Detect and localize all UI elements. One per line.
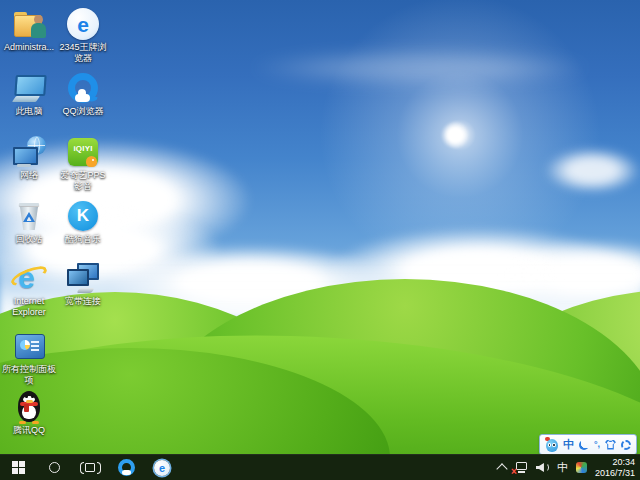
clock-date: 2016/7/31 [595, 468, 635, 479]
icon-label: 腾讯QQ [13, 425, 45, 436]
broadband-connection-icon [66, 261, 100, 295]
tray-app-icon[interactable] [576, 462, 587, 473]
no-connection-x: × [511, 467, 517, 477]
start-button[interactable] [0, 455, 36, 480]
control-panel-icon [12, 329, 46, 363]
icon-label: 所有控制面板项 [2, 364, 56, 386]
icon-label: 网络 [20, 170, 38, 181]
sogou-ime-toolbar[interactable]: 中 °, [539, 434, 637, 455]
administrator-folder-icon [12, 7, 46, 41]
desktop-icon-kugou-music[interactable]: K 酷狗音乐 [56, 199, 110, 245]
desktop-icon-recycle-bin[interactable]: 回收站 [2, 199, 56, 245]
cloud [250, 50, 590, 86]
taskbar: e × 中 20:34 2016/7/31 [0, 454, 640, 480]
desktop-icon-internet-explorer[interactable]: e Internet Explorer [2, 261, 56, 318]
icon-label: QQ浏览器 [62, 106, 103, 117]
system-tray: × 中 20:34 2016/7/31 [498, 455, 640, 480]
search-button[interactable] [36, 455, 72, 480]
icon-label: Internet Explorer [2, 296, 56, 318]
desktop-icon-qq-browser[interactable]: QQ浏览器 [56, 71, 110, 117]
search-icon [49, 462, 60, 473]
desktop-icon-this-pc[interactable]: 此电脑 [2, 71, 56, 117]
2345-browser-icon: e [66, 7, 100, 41]
desktop-icon-broadband[interactable]: 宽带连接 [56, 261, 110, 307]
tray-ime-indicator[interactable]: 中 [557, 462, 568, 473]
cloud [545, 148, 640, 193]
desktop-icon-administrator[interactable]: Administra... [2, 7, 56, 53]
windows-logo-icon [12, 461, 25, 474]
show-hidden-icons-chevron[interactable] [496, 463, 507, 474]
icon-label: 宽带连接 [65, 296, 101, 307]
taskbar-2345-browser[interactable]: e [144, 455, 180, 480]
volume-icon[interactable] [536, 462, 549, 473]
icon-label: 酷狗音乐 [65, 234, 101, 245]
qq-browser-icon [118, 459, 135, 476]
ime-mode-toggle[interactable]: 中 [563, 439, 574, 450]
clock-time: 20:34 [595, 457, 635, 468]
desktop-icon-tencent-qq[interactable]: 腾讯QQ [2, 390, 56, 436]
icon-label: 回收站 [16, 234, 43, 245]
tencent-qq-icon [12, 390, 46, 424]
taskbar-clock[interactable]: 20:34 2016/7/31 [595, 457, 635, 478]
icon-label: 2345王牌浏览器 [56, 42, 110, 64]
recycle-bin-icon [12, 199, 46, 233]
sun [441, 121, 469, 149]
qq-browser-icon [66, 71, 100, 105]
network-icon [12, 135, 46, 169]
desktop-icon-iqiyi-pps[interactable]: iQIYI 爱奇艺PPS 影音 [56, 135, 110, 192]
network-status-icon[interactable]: × [514, 462, 528, 474]
ime-skin-shirt-icon[interactable] [605, 440, 616, 450]
icon-label: 此电脑 [16, 106, 43, 117]
internet-explorer-icon: e [12, 261, 46, 295]
ime-punctuation-toggle[interactable]: °, [594, 440, 600, 449]
desktop-icon-control-panel[interactable]: 所有控制面板项 [2, 329, 56, 386]
icon-label: Administra... [4, 42, 54, 53]
ime-fullwidth-moon-icon[interactable] [579, 440, 589, 450]
taskbar-qq-browser[interactable] [108, 455, 144, 480]
2345-browser-icon: e [154, 460, 170, 476]
ime-settings-gear-icon[interactable] [621, 440, 631, 450]
windows-desktop-screen: Administra... 此电脑 网络 回收站 e Internet Expl… [0, 0, 640, 480]
iqiyi-pps-icon: iQIYI [66, 135, 100, 169]
desktop-icon-network[interactable]: 网络 [2, 135, 56, 181]
sogou-mascot-icon[interactable] [545, 438, 558, 452]
desktop-icon-2345-browser[interactable]: e 2345王牌浏览器 [56, 7, 110, 64]
kugou-music-icon: K [66, 199, 100, 233]
this-pc-icon [12, 71, 46, 105]
task-view-icon [80, 462, 101, 474]
icon-label: 爱奇艺PPS 影音 [56, 170, 110, 192]
task-view-button[interactable] [72, 455, 108, 480]
